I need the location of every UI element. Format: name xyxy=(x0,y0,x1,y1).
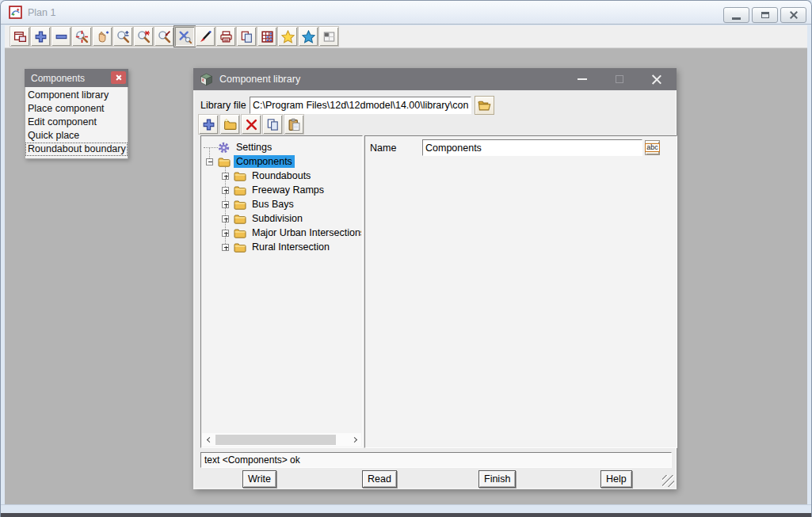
zoom-out-icon xyxy=(55,30,68,44)
add-component-button[interactable] xyxy=(198,114,219,135)
read-button[interactable]: Read xyxy=(362,470,397,488)
shrink-icon xyxy=(137,30,151,44)
minimize-icon xyxy=(732,17,741,20)
expand-expander-icon[interactable] xyxy=(222,173,229,180)
tree-item-rural-intersection[interactable]: Rural Intersection xyxy=(222,240,332,254)
paste-button[interactable] xyxy=(284,114,304,135)
plan-app-icon xyxy=(9,6,22,19)
zoom-extents-icon xyxy=(75,30,89,44)
browse-folder-button[interactable] xyxy=(475,96,494,115)
delete-button[interactable] xyxy=(241,114,261,135)
expand-expander-icon[interactable] xyxy=(222,187,229,194)
tree-item-major-urban-intersections[interactable]: Major Urban Intersections xyxy=(222,226,361,240)
folder-icon xyxy=(218,157,231,167)
dialog-maximize-button[interactable] xyxy=(608,71,631,87)
grid-sheet-button[interactable] xyxy=(257,26,277,47)
delete-x-icon xyxy=(245,118,258,131)
components-panel-title: Components xyxy=(31,73,85,84)
dialog-minimize-button[interactable] xyxy=(570,71,594,87)
components-menu-list: Component library Place component Edit c… xyxy=(25,87,128,159)
text-input-type-button[interactable]: abc xyxy=(645,140,660,155)
tree-item-label: Roundabouts xyxy=(250,169,313,182)
scroll-left-button[interactable] xyxy=(202,433,215,447)
chevron-left-icon xyxy=(206,437,212,443)
screen: Plan 1 xyxy=(0,0,812,517)
name-field-row: Name abc xyxy=(368,139,673,157)
plan-toolbar xyxy=(5,25,807,48)
menu-item-place-component[interactable]: Place component xyxy=(25,102,128,116)
maximize-button[interactable] xyxy=(752,7,778,23)
new-folder-icon xyxy=(223,118,237,131)
12d-cube-icon xyxy=(200,73,213,86)
tree-item-label: Subdivision xyxy=(250,212,305,225)
tree-item-label: Settings xyxy=(234,141,274,154)
write-button[interactable]: Write xyxy=(242,470,276,488)
paste-clipboard-icon xyxy=(288,118,301,131)
collapse-expander-icon[interactable] xyxy=(206,158,213,165)
pan-button[interactable] xyxy=(92,26,112,47)
tree-item-subdivision[interactable]: Subdivision xyxy=(222,211,305,226)
components-panel-titlebar[interactable]: Components xyxy=(25,69,128,87)
redraw-brush-button[interactable] xyxy=(195,26,215,47)
zoom-in-button[interactable] xyxy=(30,26,51,47)
tree-item-roundabouts[interactable]: Roundabouts xyxy=(222,169,313,183)
copy-view-button[interactable] xyxy=(236,26,257,47)
plot-button[interactable] xyxy=(215,26,236,47)
menu-item-component-library[interactable]: Component library xyxy=(25,89,128,102)
screen-edge xyxy=(1,513,811,517)
pan-hand-icon xyxy=(96,30,109,44)
menu-item-quick-place[interactable]: Quick place xyxy=(25,129,128,143)
expand-expander-icon[interactable] xyxy=(222,244,229,251)
finish-button[interactable]: Finish xyxy=(478,470,516,488)
previous-view-button[interactable] xyxy=(154,26,174,47)
tree-item-label: Components xyxy=(234,155,295,168)
zoom-out-button[interactable] xyxy=(51,26,71,47)
menu-item-roundabout-boundary[interactable]: Roundabout boundary xyxy=(25,143,128,156)
close-button[interactable] xyxy=(780,7,806,23)
name-label: Name xyxy=(370,143,396,154)
dialog-close-button[interactable] xyxy=(645,71,669,87)
window-layout-button[interactable] xyxy=(318,26,339,47)
tree-connector xyxy=(204,147,218,148)
dialog-title: Component library xyxy=(219,74,300,85)
folder-icon xyxy=(234,185,246,196)
tree-item-components[interactable]: Components xyxy=(206,154,295,169)
plan-window-titlebar[interactable]: Plan 1 xyxy=(1,1,811,25)
library-file-input[interactable] xyxy=(250,97,471,114)
tree-item-bus-bays[interactable]: Bus Bays xyxy=(222,197,296,211)
new-folder-button[interactable] xyxy=(219,114,240,135)
grid-icon xyxy=(261,30,274,44)
yellow-star-icon xyxy=(281,30,295,44)
resize-grip[interactable] xyxy=(662,475,674,487)
save-plan-button[interactable] xyxy=(10,26,30,47)
zoom-scale-button[interactable] xyxy=(112,26,133,47)
tree-item-settings[interactable]: Settings xyxy=(218,140,274,154)
favourite-blue-button[interactable] xyxy=(298,26,318,47)
tree-item-label: Freeway Ramps xyxy=(250,184,326,196)
name-input[interactable] xyxy=(422,139,642,156)
dialog-body: Library file xyxy=(195,90,675,488)
printer-icon xyxy=(219,30,233,44)
expand-expander-icon[interactable] xyxy=(222,201,229,208)
scroll-right-button[interactable] xyxy=(349,433,361,447)
zoom-extents-button[interactable] xyxy=(71,26,92,47)
scrollbar-thumb[interactable] xyxy=(215,435,336,445)
help-button[interactable]: Help xyxy=(600,470,632,488)
maximize-icon xyxy=(616,75,623,83)
menu-item-edit-component[interactable]: Edit component xyxy=(25,116,128,129)
favourite-yellow-button[interactable] xyxy=(277,26,298,47)
copy-button[interactable] xyxy=(262,114,283,135)
expand-expander-icon[interactable] xyxy=(222,215,229,222)
tree-horizontal-scrollbar[interactable] xyxy=(202,433,361,447)
window-title: Plan 1 xyxy=(28,7,55,18)
tree-item-freeway-ramps[interactable]: Freeway Ramps xyxy=(222,183,326,197)
expand-expander-icon[interactable] xyxy=(222,230,229,237)
maximize-icon xyxy=(761,12,769,18)
components-panel-close-button[interactable] xyxy=(111,71,126,84)
tree-item-label: Rural Intersection xyxy=(250,241,332,253)
open-folder-icon xyxy=(478,100,491,111)
dialog-titlebar[interactable]: Component library xyxy=(193,68,677,90)
shrink-button[interactable] xyxy=(133,26,154,47)
refresh-cancel-button[interactable] xyxy=(174,26,195,47)
minimize-button[interactable] xyxy=(723,7,749,23)
